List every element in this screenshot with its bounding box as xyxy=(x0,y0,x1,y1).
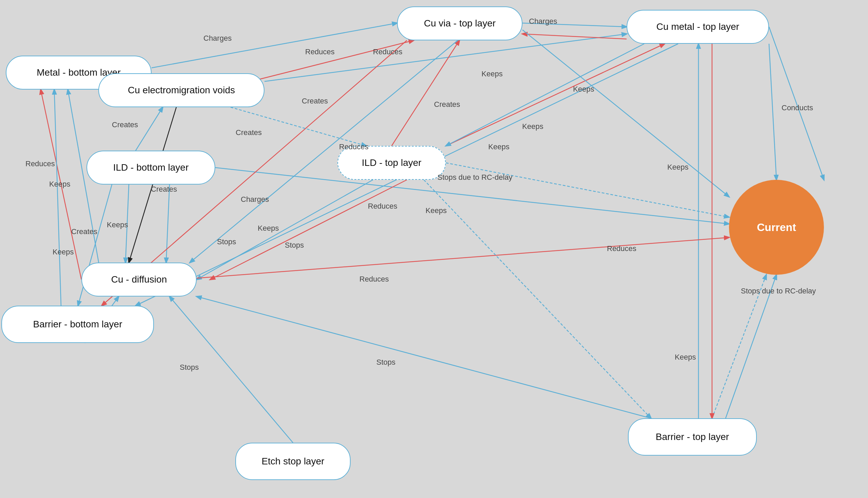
svg-line-4 xyxy=(522,34,627,39)
svg-line-15 xyxy=(166,185,170,263)
svg-line-2 xyxy=(237,40,414,85)
label-reduces-1: Reduces xyxy=(305,48,335,56)
svg-line-33 xyxy=(424,180,651,418)
node-ild-bottom: ILD - bottom layer xyxy=(86,150,215,185)
node-cu-electromigration: Cu electromigration voids xyxy=(98,73,265,107)
label-reduces-4: Reduces xyxy=(607,244,637,253)
node-cu-via-top: Cu via - top layer xyxy=(397,6,522,40)
node-barrier-bottom: Barrier - bottom layer xyxy=(1,306,154,343)
svg-line-25 xyxy=(725,275,776,418)
label-keeps-5: Keeps xyxy=(573,85,594,94)
label-stops-rc-2: Stops due to RC-delay xyxy=(741,287,816,296)
diagram-container: Metal - bottom layer Cu via - top layer … xyxy=(0,0,868,498)
svg-line-17 xyxy=(197,297,651,418)
label-conducts: Conducts xyxy=(782,104,813,112)
svg-line-8 xyxy=(54,90,61,306)
svg-line-19 xyxy=(769,44,776,180)
label-keeps-2: Keeps xyxy=(53,248,74,257)
label-stops-4: Stops xyxy=(376,358,395,367)
node-cu-diffusion: Cu - diffusion xyxy=(81,263,197,297)
label-keeps-1: Keeps xyxy=(49,180,70,188)
svg-line-10 xyxy=(392,40,459,146)
node-cu-metal-top: Cu metal - top layer xyxy=(627,10,769,44)
svg-line-18 xyxy=(712,275,766,418)
svg-line-14 xyxy=(197,180,373,279)
svg-line-3 xyxy=(265,34,627,81)
label-keeps-8: Keeps xyxy=(667,163,688,172)
svg-line-29 xyxy=(210,180,407,279)
node-current: Current xyxy=(729,180,824,275)
node-ild-top: ILD - top layer xyxy=(337,146,446,180)
label-keeps-11: Keeps xyxy=(481,69,503,78)
label-stops-3: Stops xyxy=(180,363,199,372)
svg-line-5 xyxy=(136,107,163,150)
label-charges-1: Charges xyxy=(203,34,231,43)
label-creates-4: Creates xyxy=(434,100,460,109)
label-keeps-10: Keeps xyxy=(426,206,446,215)
svg-line-12 xyxy=(446,163,729,217)
svg-line-28 xyxy=(197,237,729,278)
svg-line-9 xyxy=(125,185,129,263)
svg-line-30 xyxy=(230,107,366,146)
label-reduces-7: Reduces xyxy=(368,202,397,211)
label-keeps-3: Keeps xyxy=(107,221,128,229)
label-creates-2: Creates xyxy=(71,227,97,236)
label-creates-3: Creates xyxy=(302,97,328,105)
svg-line-27 xyxy=(129,107,176,263)
label-charges-3: Charges xyxy=(241,195,269,204)
label-keeps-9: Keeps xyxy=(675,353,696,362)
svg-line-20 xyxy=(522,30,729,197)
svg-line-35 xyxy=(769,27,824,180)
label-stops-rc-1: Stops due to RC-delay xyxy=(437,173,512,182)
label-stops-2: Stops xyxy=(285,241,304,250)
label-creates-5: Creates xyxy=(151,185,177,194)
label-keeps-4: Keeps xyxy=(258,224,279,233)
svg-line-11 xyxy=(446,44,665,146)
label-reduces-3: Reduces xyxy=(25,159,55,168)
svg-line-1 xyxy=(522,23,627,27)
node-barrier-top: Barrier - top layer xyxy=(628,418,757,456)
label-keeps-6: Keeps xyxy=(488,143,509,151)
svg-line-24 xyxy=(446,44,644,146)
label-reduces-2: Reduces xyxy=(373,48,402,56)
label-charges-2: Charges xyxy=(529,17,557,26)
svg-line-16 xyxy=(170,297,293,443)
label-stops-1: Stops xyxy=(217,237,236,246)
svg-line-6 xyxy=(41,90,81,279)
label-reduces-6: Reduces xyxy=(359,275,389,284)
node-etch-stop: Etch stop layer xyxy=(235,443,351,480)
label-creates-1: Creates xyxy=(112,120,138,129)
svg-line-13 xyxy=(215,168,729,224)
label-creates-6: Creates xyxy=(236,128,262,137)
svg-line-7 xyxy=(68,90,102,279)
label-keeps-7: Keeps xyxy=(522,122,543,131)
svg-line-0 xyxy=(151,23,397,68)
